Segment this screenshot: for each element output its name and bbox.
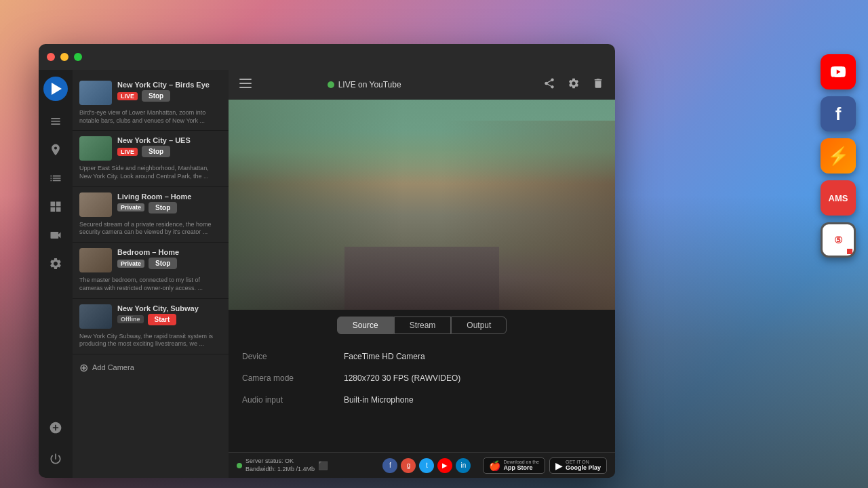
camera-item[interactable]: New York City – Birds Eye LIVE Stop Bird… — [73, 75, 229, 131]
delete-button[interactable] — [589, 75, 607, 95]
apple-icon: 🍎 — [489, 460, 500, 471]
camera-name: Living Room – Home — [117, 192, 222, 201]
share-button[interactable] — [540, 75, 558, 95]
camera-name: New York City – Birds Eye — [117, 81, 222, 89]
camera-thumbnail — [79, 304, 112, 329]
s5-label: ⑤ — [834, 235, 843, 245]
tab-output[interactable]: Output — [451, 317, 507, 334]
sidebar-item-plus[interactable] — [43, 415, 68, 440]
flash-dock-icon[interactable]: ⚡ — [821, 138, 856, 174]
youtube-social-button[interactable]: ▶ — [437, 458, 452, 473]
device-value: FaceTime HD Camera — [344, 352, 425, 361]
camera-item[interactable]: Living Room – Home Private Stop Secured … — [73, 187, 229, 243]
settings-button[interactable] — [565, 75, 583, 95]
app-store-small-text: Download on the — [503, 460, 539, 464]
camera-list: New York City – Birds Eye LIVE Stop Bird… — [73, 70, 229, 478]
youtube-dock-icon[interactable] — [821, 54, 856, 89]
live-dot — [328, 81, 334, 88]
status-badge: LIVE — [117, 92, 138, 100]
footer-socials: f g t ▶ in — [382, 458, 471, 473]
app-window: New York City – Birds Eye LIVE Stop Bird… — [39, 44, 615, 478]
app-store-main-text: App Store — [503, 464, 539, 471]
google-plus-social-button[interactable]: g — [401, 458, 416, 473]
minimize-button[interactable] — [60, 53, 68, 61]
right-panel: LIVE on YouTube — [229, 70, 615, 478]
camera-description: Bird's-eye view of Lower Manhattan, zoom… — [79, 109, 222, 125]
status-badge: Private — [117, 203, 144, 211]
google-play-main-text: Google Play — [566, 464, 601, 471]
sidebar-item-list[interactable] — [43, 166, 68, 190]
live-indicator: LIVE on YouTube — [328, 80, 401, 89]
linkedin-social-button[interactable]: in — [456, 458, 471, 473]
start-button[interactable]: Start — [148, 314, 177, 325]
top-bar: LIVE on YouTube — [229, 70, 615, 100]
camera-item[interactable]: Bedroom – Home Private Stop The master b… — [73, 243, 229, 298]
camera-item-top: Bedroom – Home Private Stop — [79, 248, 222, 272]
maximize-button[interactable] — [74, 53, 82, 61]
video-preview-inner — [229, 100, 615, 310]
server-status: Server status: OK Bandwidth: 1.2Mb /1.4M… — [237, 458, 328, 473]
store-badges: 🍎 Download on the App Store ▶ GET IT ON … — [483, 458, 607, 474]
sidebar-item-grid[interactable] — [43, 195, 68, 219]
details-section: Device FaceTime HD Camera Camera mode 12… — [229, 341, 615, 452]
camera-description: The master bedroom, connected to my list… — [79, 277, 222, 292]
camera-info: New York City, Subway Offline Start — [117, 304, 222, 325]
main-content: New York City – Birds Eye LIVE Stop Bird… — [39, 70, 615, 478]
stop-button[interactable]: Stop — [142, 90, 170, 102]
sidebar-item-video[interactable] — [43, 223, 68, 247]
audio-input-value: Built-in Microphone — [344, 395, 414, 405]
camera-item-top: New York City, Subway Offline Start — [79, 304, 222, 329]
svg-rect-1 — [239, 83, 252, 84]
camera-status-row: Offline Start — [117, 314, 222, 325]
camera-info: New York City – Birds Eye LIVE Stop — [117, 81, 222, 102]
video-preview — [229, 100, 615, 310]
camera-name: Bedroom – Home — [117, 248, 222, 256]
tab-source[interactable]: Source — [337, 317, 394, 334]
app-logo — [43, 77, 68, 101]
camera-item-top: New York City – Birds Eye LIVE Stop — [79, 81, 222, 105]
google-play-badge[interactable]: ▶ GET IT ON Google Play — [549, 458, 607, 474]
sidebar-item-power[interactable] — [43, 447, 68, 471]
tab-stream[interactable]: Stream — [394, 317, 452, 334]
audio-input-row: Audio input Built-in Microphone — [242, 395, 601, 405]
status-badge: Offline — [117, 315, 144, 323]
s5-dock-icon[interactable]: ⑤ — [821, 222, 856, 258]
twitter-social-button[interactable]: t — [419, 458, 434, 473]
camera-description: Upper East Side and neighborhood, Manhat… — [79, 165, 222, 180]
stop-button[interactable]: Stop — [142, 146, 170, 157]
camera-item[interactable]: New York City – UES LIVE Stop Upper East… — [73, 131, 229, 186]
play-icon — [52, 83, 62, 95]
camera-status-row: LIVE Stop — [117, 146, 222, 157]
sidebar-item-settings[interactable] — [43, 251, 68, 276]
camera-mode-value: 868x488 30 FPS (RAWVIDEO) — [344, 373, 460, 383]
camera-item-top: New York City – UES LIVE Stop — [79, 136, 222, 161]
top-bar-actions — [540, 75, 607, 95]
add-camera-label: Add Camera — [92, 363, 134, 371]
sidebar-item-book[interactable] — [43, 109, 68, 134]
sidebar-item-location[interactable] — [43, 138, 68, 162]
google-play-small-text: GET IT ON — [566, 460, 601, 464]
stop-button[interactable]: Stop — [149, 202, 177, 214]
facebook-dock-icon[interactable]: f — [821, 96, 856, 131]
camera-description: New York City Subway, the rapid transit … — [79, 333, 222, 348]
stop-button[interactable]: Stop — [149, 258, 177, 269]
close-button[interactable] — [47, 53, 55, 61]
server-status-dot — [237, 463, 242, 468]
device-row: Device FaceTime HD Camera — [242, 352, 601, 361]
app-store-badge[interactable]: 🍎 Download on the App Store — [483, 458, 545, 474]
menu-button[interactable] — [237, 76, 254, 94]
svg-rect-2 — [239, 87, 252, 88]
camera-status-row: Private Stop — [117, 258, 222, 269]
camera-status-row: LIVE Stop — [117, 90, 222, 102]
app-logo-button[interactable] — [43, 77, 68, 101]
ams-dock-icon[interactable]: AMS — [821, 180, 856, 216]
device-label: Device — [242, 352, 337, 361]
facebook-social-button[interactable]: f — [382, 458, 397, 473]
add-camera-button[interactable]: ⊕ Add Camera — [73, 354, 229, 381]
camera-thumbnail — [79, 136, 112, 161]
google-play-text: GET IT ON Google Play — [566, 460, 601, 471]
camera-mode-label: Camera mode — [242, 373, 337, 383]
sky — [229, 100, 615, 184]
live-label: LIVE on YouTube — [338, 80, 401, 89]
camera-item[interactable]: New York City, Subway Offline Start New … — [73, 299, 229, 354]
